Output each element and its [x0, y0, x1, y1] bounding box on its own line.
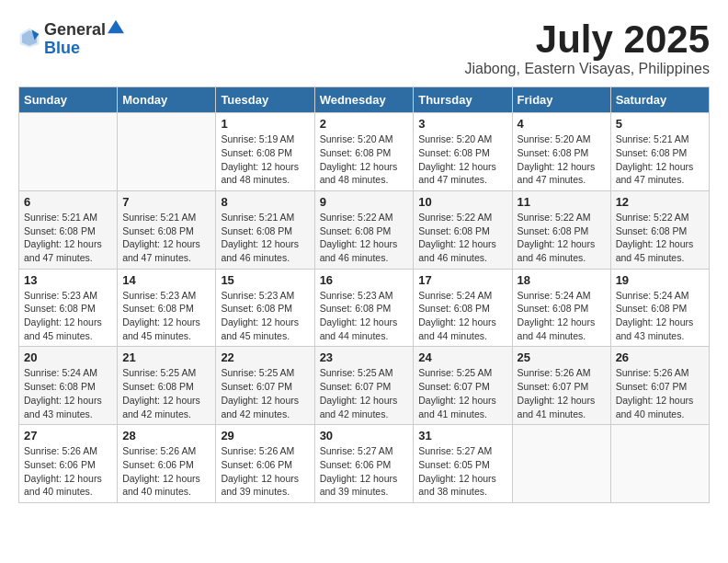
day-number: 14: [122, 273, 210, 287]
day-number: 7: [122, 195, 210, 209]
day-detail: Sunrise: 5:27 AM Sunset: 6:05 PM Dayligh…: [418, 444, 506, 499]
calendar-cell: 20Sunrise: 5:24 AM Sunset: 6:08 PM Dayli…: [19, 347, 118, 425]
calendar-cell: 2Sunrise: 5:20 AM Sunset: 6:08 PM Daylig…: [314, 113, 414, 191]
day-number: 18: [518, 273, 606, 287]
day-number: 10: [418, 195, 506, 209]
day-detail: Sunrise: 5:25 AM Sunset: 6:07 PM Dayligh…: [418, 366, 506, 420]
calendar-cell: 6Sunrise: 5:21 AM Sunset: 6:08 PM Daylig…: [19, 190, 118, 269]
calendar-header-row: SundayMondayTuesdayWednesdayThursdayFrid…: [19, 87, 710, 113]
day-detail: Sunrise: 5:26 AM Sunset: 6:06 PM Dayligh…: [221, 444, 309, 499]
day-number: 17: [418, 273, 506, 287]
day-detail: Sunrise: 5:24 AM Sunset: 6:08 PM Dayligh…: [418, 289, 506, 343]
calendar-cell: 17Sunrise: 5:24 AM Sunset: 6:08 PM Dayli…: [414, 269, 512, 347]
day-number: 19: [616, 273, 704, 287]
calendar-table: SundayMondayTuesdayWednesdayThursdayFrid…: [18, 86, 710, 503]
header-thursday: Thursday: [414, 87, 512, 113]
calendar-week-row: 27Sunrise: 5:26 AM Sunset: 6:06 PM Dayli…: [19, 425, 710, 503]
day-number: 31: [418, 429, 506, 442]
day-number: 25: [518, 350, 606, 364]
header-sunday: Sunday: [19, 87, 118, 113]
day-detail: Sunrise: 5:25 AM Sunset: 6:07 PM Dayligh…: [320, 366, 409, 420]
calendar-cell: 31Sunrise: 5:27 AM Sunset: 6:05 PM Dayli…: [414, 425, 512, 503]
calendar-cell: 4Sunrise: 5:20 AM Sunset: 6:08 PM Daylig…: [512, 113, 610, 191]
calendar-week-row: 13Sunrise: 5:23 AM Sunset: 6:08 PM Dayli…: [19, 269, 710, 347]
day-number: 29: [221, 429, 309, 442]
day-number: 16: [320, 273, 409, 287]
calendar-cell: 15Sunrise: 5:23 AM Sunset: 6:08 PM Dayli…: [216, 269, 314, 347]
calendar-cell: 26Sunrise: 5:26 AM Sunset: 6:07 PM Dayli…: [610, 347, 709, 425]
title-area: July 2025 Jiabong, Eastern Visayas, Phil…: [464, 18, 710, 77]
calendar-cell: 7Sunrise: 5:21 AM Sunset: 6:08 PM Daylig…: [118, 190, 216, 269]
day-number: 23: [320, 350, 409, 364]
calendar-cell: 5Sunrise: 5:21 AM Sunset: 6:08 PM Daylig…: [610, 113, 709, 191]
calendar-cell: 28Sunrise: 5:26 AM Sunset: 6:06 PM Dayli…: [118, 425, 216, 503]
calendar-week-row: 20Sunrise: 5:24 AM Sunset: 6:08 PM Dayli…: [19, 347, 710, 425]
day-number: 26: [616, 350, 704, 364]
day-detail: Sunrise: 5:24 AM Sunset: 6:08 PM Dayligh…: [616, 289, 704, 343]
logo: General Blue: [18, 18, 124, 58]
day-detail: Sunrise: 5:22 AM Sunset: 6:08 PM Dayligh…: [320, 211, 409, 265]
day-number: 21: [122, 350, 210, 364]
day-number: 3: [418, 117, 506, 131]
day-number: 22: [221, 350, 309, 364]
day-detail: Sunrise: 5:19 AM Sunset: 6:08 PM Dayligh…: [221, 132, 309, 187]
calendar-week-row: 1Sunrise: 5:19 AM Sunset: 6:08 PM Daylig…: [19, 113, 710, 191]
calendar-cell: 1Sunrise: 5:19 AM Sunset: 6:08 PM Daylig…: [216, 113, 314, 191]
day-number: 15: [221, 273, 309, 287]
calendar-cell: 9Sunrise: 5:22 AM Sunset: 6:08 PM Daylig…: [314, 190, 414, 269]
calendar-cell: 19Sunrise: 5:24 AM Sunset: 6:08 PM Dayli…: [610, 269, 709, 347]
calendar-cell: 23Sunrise: 5:25 AM Sunset: 6:07 PM Dayli…: [314, 347, 414, 425]
day-detail: Sunrise: 5:26 AM Sunset: 6:06 PM Dayligh…: [24, 444, 112, 499]
day-detail: Sunrise: 5:23 AM Sunset: 6:08 PM Dayligh…: [24, 289, 112, 343]
day-detail: Sunrise: 5:24 AM Sunset: 6:08 PM Dayligh…: [24, 366, 112, 420]
day-detail: Sunrise: 5:23 AM Sunset: 6:08 PM Dayligh…: [320, 289, 409, 343]
calendar-cell: 18Sunrise: 5:24 AM Sunset: 6:08 PM Dayli…: [512, 269, 610, 347]
day-number: 13: [24, 273, 112, 287]
day-detail: Sunrise: 5:20 AM Sunset: 6:08 PM Dayligh…: [518, 132, 606, 187]
header-wednesday: Wednesday: [314, 87, 414, 113]
day-detail: Sunrise: 5:23 AM Sunset: 6:08 PM Dayligh…: [122, 289, 210, 343]
calendar-cell: 16Sunrise: 5:23 AM Sunset: 6:08 PM Dayli…: [314, 269, 414, 347]
page-title: July 2025: [464, 18, 710, 61]
day-detail: Sunrise: 5:20 AM Sunset: 6:08 PM Dayligh…: [418, 132, 506, 187]
day-detail: Sunrise: 5:22 AM Sunset: 6:08 PM Dayligh…: [418, 211, 506, 265]
calendar-cell: 10Sunrise: 5:22 AM Sunset: 6:08 PM Dayli…: [414, 190, 512, 269]
day-detail: Sunrise: 5:25 AM Sunset: 6:07 PM Dayligh…: [221, 366, 309, 420]
calendar-cell: 13Sunrise: 5:23 AM Sunset: 6:08 PM Dayli…: [19, 269, 118, 347]
day-number: 20: [24, 350, 112, 364]
calendar-cell: 25Sunrise: 5:26 AM Sunset: 6:07 PM Dayli…: [512, 347, 610, 425]
page-header: General Blue July 2025 Jiabong, Eastern …: [18, 18, 710, 77]
calendar-cell: 8Sunrise: 5:21 AM Sunset: 6:08 PM Daylig…: [216, 190, 314, 269]
calendar-cell: [118, 113, 216, 191]
day-detail: Sunrise: 5:27 AM Sunset: 6:06 PM Dayligh…: [320, 444, 409, 499]
logo-general: General: [44, 21, 106, 40]
calendar-cell: 22Sunrise: 5:25 AM Sunset: 6:07 PM Dayli…: [216, 347, 314, 425]
day-number: 2: [320, 117, 409, 131]
calendar-cell: [19, 113, 118, 191]
day-detail: Sunrise: 5:25 AM Sunset: 6:08 PM Dayligh…: [122, 366, 210, 420]
calendar-cell: [512, 425, 610, 503]
logo-icon: [18, 27, 40, 49]
day-detail: Sunrise: 5:26 AM Sunset: 6:07 PM Dayligh…: [518, 366, 606, 420]
day-detail: Sunrise: 5:21 AM Sunset: 6:08 PM Dayligh…: [221, 211, 309, 265]
header-tuesday: Tuesday: [216, 87, 314, 113]
day-number: 12: [616, 195, 704, 209]
calendar-cell: 30Sunrise: 5:27 AM Sunset: 6:06 PM Dayli…: [314, 425, 414, 503]
header-friday: Friday: [512, 87, 610, 113]
day-detail: Sunrise: 5:23 AM Sunset: 6:08 PM Dayligh…: [221, 289, 309, 343]
day-detail: Sunrise: 5:26 AM Sunset: 6:06 PM Dayligh…: [122, 444, 210, 499]
day-detail: Sunrise: 5:22 AM Sunset: 6:08 PM Dayligh…: [518, 211, 606, 265]
day-number: 11: [518, 195, 606, 209]
svg-marker-3: [108, 20, 124, 33]
day-number: 4: [518, 117, 606, 131]
calendar-cell: [610, 425, 709, 503]
calendar-cell: 12Sunrise: 5:22 AM Sunset: 6:08 PM Dayli…: [610, 190, 709, 269]
day-detail: Sunrise: 5:21 AM Sunset: 6:08 PM Dayligh…: [24, 211, 112, 265]
day-detail: Sunrise: 5:20 AM Sunset: 6:08 PM Dayligh…: [320, 132, 409, 187]
calendar-cell: 3Sunrise: 5:20 AM Sunset: 6:08 PM Daylig…: [414, 113, 512, 191]
day-number: 27: [24, 429, 112, 442]
header-saturday: Saturday: [610, 87, 709, 113]
day-detail: Sunrise: 5:26 AM Sunset: 6:07 PM Dayligh…: [616, 366, 704, 420]
logo-triangle-icon: [108, 18, 124, 35]
page-subtitle: Jiabong, Eastern Visayas, Philippines: [464, 61, 710, 77]
